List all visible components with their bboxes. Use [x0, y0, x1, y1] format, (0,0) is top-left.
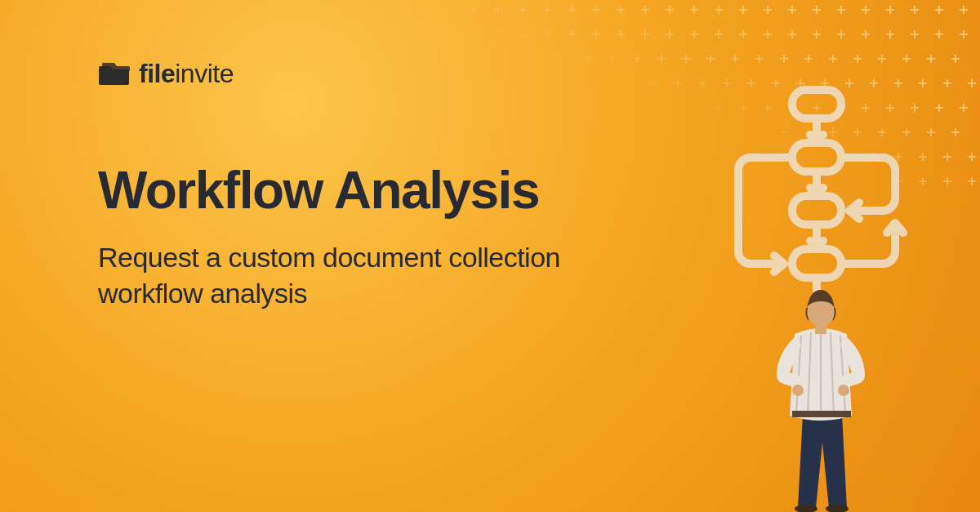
svg-rect-9 — [792, 249, 841, 278]
svg-point-18 — [792, 385, 804, 396]
brand-name: fileinvite — [139, 59, 234, 89]
page-title: Workflow Analysis — [98, 163, 653, 218]
svg-rect-17 — [792, 411, 851, 417]
hero-content: Workflow Analysis Request a custom docum… — [98, 163, 653, 312]
svg-rect-8 — [792, 196, 841, 225]
person-illustration — [747, 283, 894, 512]
folder-icon — [98, 61, 131, 87]
brand-name-suffix: invite — [175, 59, 234, 88]
brand-name-prefix: file — [139, 59, 175, 88]
hero-banner: fileinvite Workflow Analysis Request a c… — [0, 0, 980, 512]
svg-rect-6 — [792, 90, 841, 118]
svg-point-19 — [838, 385, 849, 396]
brand-logo: fileinvite — [98, 59, 234, 89]
page-subtitle: Request a custom document collection wor… — [98, 239, 653, 311]
svg-rect-7 — [792, 143, 841, 171]
